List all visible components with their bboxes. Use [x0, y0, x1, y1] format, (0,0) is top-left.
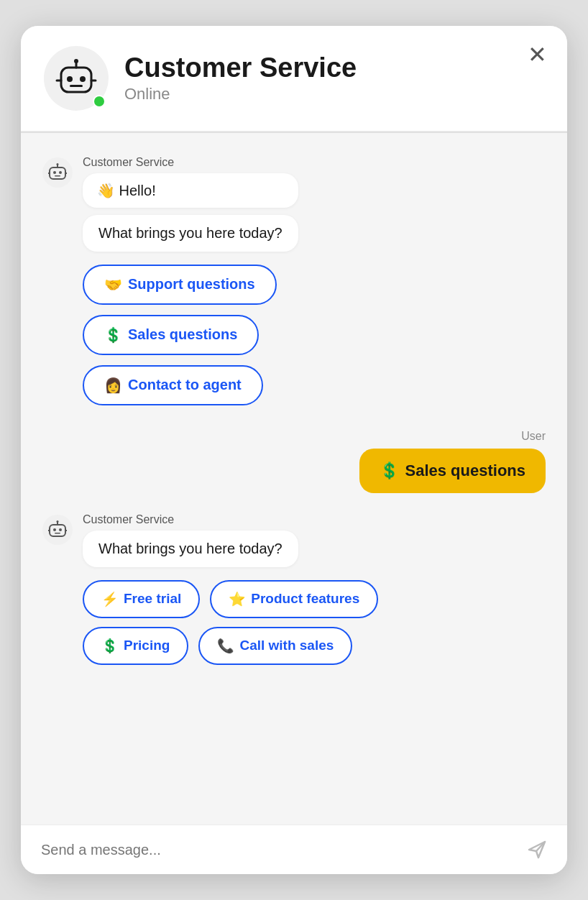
- agent-label: Contact to agent: [128, 377, 242, 393]
- bot-avatar-small-2: [42, 515, 73, 545]
- bot-bubbles-2: What brings you here today?: [83, 531, 298, 567]
- bot-avatar-small: [42, 157, 73, 188]
- send-icon: [527, 840, 547, 860]
- pricing-emoji: 💲: [101, 638, 119, 654]
- bubble-what-brings: What brings you here today?: [83, 215, 298, 252]
- svg-rect-0: [61, 68, 91, 92]
- sales-emoji: 💲: [104, 326, 122, 344]
- sales-label: Sales questions: [128, 326, 237, 343]
- option-support[interactable]: 🤝 Support questions: [83, 265, 277, 305]
- svg-point-1: [67, 76, 73, 82]
- online-indicator: [93, 95, 106, 108]
- svg-rect-16: [50, 525, 65, 536]
- user-reply-row: User 💲 Sales questions: [42, 430, 546, 493]
- chat-header: Customer Service Online ✕: [21, 26, 567, 132]
- svg-rect-11: [55, 175, 60, 177]
- option-free-trial[interactable]: ⚡ Free trial: [83, 580, 200, 618]
- call-sales-label: Call with sales: [239, 638, 334, 653]
- svg-point-5: [74, 59, 78, 63]
- bot-icon-small: [48, 163, 67, 182]
- user-reply-label: Sales questions: [405, 462, 525, 480]
- bot-icon-small-2: [48, 520, 67, 539]
- header-status: Online: [124, 85, 544, 104]
- svg-point-18: [59, 528, 62, 531]
- call-sales-emoji: 📞: [217, 638, 234, 654]
- option-agent[interactable]: 👩 Contact to agent: [83, 365, 263, 405]
- bot-name-2: Customer Service: [83, 513, 298, 526]
- second-options-row2: 💲 Pricing 📞 Call with sales: [83, 627, 546, 665]
- first-options: 🤝 Support questions 💲 Sales questions 👩 …: [83, 265, 546, 405]
- bot-message-group-2: Customer Service What brings you here to…: [42, 513, 546, 567]
- user-bubble: 💲 Sales questions: [359, 449, 546, 493]
- message-input[interactable]: [41, 842, 517, 858]
- header-text: Customer Service Online: [124, 53, 544, 104]
- option-call-sales[interactable]: 📞 Call with sales: [198, 627, 352, 665]
- svg-point-2: [80, 76, 86, 82]
- bubble-hello: 👋 Hello!: [83, 173, 298, 208]
- chat-input-bar: [21, 825, 567, 874]
- option-sales[interactable]: 💲 Sales questions: [83, 315, 259, 355]
- pricing-label: Pricing: [124, 638, 170, 653]
- free-trial-label: Free trial: [124, 591, 181, 607]
- svg-rect-19: [55, 533, 60, 534]
- product-features-label: Product features: [251, 591, 359, 607]
- agent-emoji: 👩: [104, 377, 122, 394]
- chat-body: Customer Service 👋 Hello! What brings yo…: [21, 133, 567, 825]
- svg-point-17: [53, 528, 56, 531]
- avatar: [44, 46, 109, 111]
- chat-window: Customer Service Online ✕: [21, 26, 567, 874]
- bot-bubbles-1: 👋 Hello! What brings you here today?: [83, 173, 298, 252]
- bot-messages-1: Customer Service 👋 Hello! What brings yo…: [83, 156, 298, 252]
- option-product-features[interactable]: ⭐ Product features: [210, 580, 378, 618]
- bot-name-1: Customer Service: [83, 156, 298, 169]
- svg-point-10: [59, 171, 62, 174]
- svg-rect-8: [50, 167, 65, 179]
- user-reply-emoji: 💲: [380, 462, 399, 480]
- close-button[interactable]: ✕: [528, 43, 547, 66]
- user-label: User: [521, 430, 546, 443]
- free-trial-emoji: ⚡: [101, 591, 119, 607]
- svg-point-21: [57, 520, 59, 523]
- support-label: Support questions: [128, 276, 255, 293]
- header-title: Customer Service: [124, 53, 544, 83]
- svg-point-9: [53, 171, 56, 174]
- bot-message-group-1: Customer Service 👋 Hello! What brings yo…: [42, 156, 546, 252]
- second-options-row1: ⚡ Free trial ⭐ Product features: [83, 580, 546, 618]
- send-button[interactable]: [527, 840, 547, 860]
- bot-messages-2: Customer Service What brings you here to…: [83, 513, 298, 567]
- product-features-emoji: ⭐: [229, 591, 246, 607]
- svg-rect-3: [70, 85, 83, 87]
- bubble-what-brings-2: What brings you here today?: [83, 531, 298, 567]
- bot-icon-large: [55, 58, 97, 99]
- option-pricing[interactable]: 💲 Pricing: [83, 627, 188, 665]
- svg-point-13: [57, 163, 59, 165]
- support-emoji: 🤝: [104, 276, 122, 293]
